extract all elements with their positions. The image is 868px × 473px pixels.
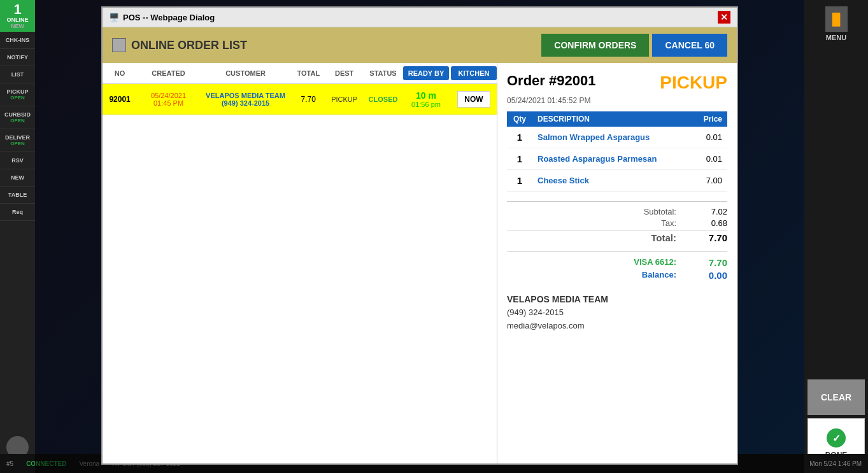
tax-value: 0.68 bbox=[689, 218, 727, 228]
item-price: 0.01 bbox=[683, 127, 727, 148]
confirm-orders-button[interactable]: CONFIRM ORDERS bbox=[541, 34, 649, 57]
order-no: 92001 bbox=[103, 94, 137, 105]
sidebar-item-list[interactable]: LIST bbox=[0, 66, 35, 83]
tax-label: Tax: bbox=[661, 218, 676, 228]
col-price: Price bbox=[683, 111, 727, 127]
right-panel: ▐▌ MENU CLEAR ✓ DONE bbox=[804, 0, 868, 473]
col-total: TOTAL bbox=[291, 66, 325, 80]
customer-info: VELAPOS MEDIA TEAM (949) 324-2015 media@… bbox=[507, 292, 727, 333]
table-row: 1 Salmon Wrapped Asparagus 0.01 bbox=[507, 127, 727, 148]
station-id: #5 bbox=[6, 460, 13, 467]
customer-name: VELAPOS MEDIA TEAM bbox=[507, 292, 727, 306]
order-total: 7.70 bbox=[291, 94, 325, 105]
current-time: Mon 5/24 1:46 PM bbox=[809, 460, 862, 467]
now-button[interactable]: NOW bbox=[457, 91, 490, 108]
order-number: Order #92001 bbox=[507, 73, 595, 89]
table-row[interactable]: 92001 05/24/2021 01:45 PM VELAPOS MEDIA … bbox=[103, 84, 497, 115]
order-created: 05/24/2021 01:45 PM bbox=[137, 90, 200, 108]
balance-row: Balance: 0.00 bbox=[507, 270, 727, 281]
header-icon bbox=[112, 38, 126, 52]
menu-icon-area: ▐▌ MENU bbox=[825, 6, 848, 41]
order-kitchen: NOW bbox=[451, 90, 497, 109]
sidebar-item-chkins[interactable]: CHK-INS bbox=[0, 32, 35, 49]
item-desc: Salmon Wrapped Asparagus bbox=[532, 127, 683, 148]
sidebar-item-table[interactable]: TABLE bbox=[0, 187, 35, 204]
item-qty: 1 bbox=[507, 170, 532, 192]
customer-email: media@velapos.com bbox=[507, 320, 727, 333]
dialog: 🖥️ POS -- Webpage Dialog ✕ ONLINE ORDER … bbox=[101, 6, 738, 465]
col-readyby: READY BY bbox=[403, 66, 449, 80]
col-created: CREATED bbox=[137, 66, 200, 80]
order-datetime: 05/24/2021 01:45:52 PM bbox=[507, 96, 727, 105]
payment-value: 7.70 bbox=[689, 257, 727, 268]
sidebar-item-deliver[interactable]: DELIVER OPEN bbox=[0, 129, 35, 152]
dialog-overlay: 🖥️ POS -- Webpage Dialog ✕ ONLINE ORDER … bbox=[35, 0, 804, 473]
payment-section: VISA 6612: 7.70 Balance: 0.00 bbox=[507, 251, 727, 283]
col-dest: DEST bbox=[325, 66, 363, 80]
item-qty: 1 bbox=[507, 127, 532, 148]
total-label: Total: bbox=[651, 232, 676, 243]
col-customer: CUSTOMER bbox=[200, 66, 291, 80]
sidebar-item-pickup[interactable]: PICKUP OPEN bbox=[0, 83, 35, 106]
table-row: 1 Cheese Stick 7.00 bbox=[507, 170, 727, 192]
dialog-header: ONLINE ORDER LIST CONFIRM ORDERS CANCEL … bbox=[103, 27, 737, 63]
dialog-close-button[interactable]: ✕ bbox=[718, 11, 730, 24]
order-customer: VELAPOS MEDIA TEAM (949) 324-2015 bbox=[200, 90, 291, 108]
table-row: 1 Roasted Asparagus Parmesan 0.01 bbox=[507, 148, 727, 170]
subtotal-row: Subtotal: 7.02 bbox=[507, 207, 727, 216]
header-buttons: CONFIRM ORDERS CANCEL 60 bbox=[541, 34, 727, 57]
new-label: NEW bbox=[1, 23, 34, 29]
payment-label: VISA 6612: bbox=[634, 257, 676, 268]
order-status: CLOSED bbox=[363, 94, 403, 104]
balance-value: 0.00 bbox=[689, 270, 727, 281]
sidebar-item-new[interactable]: NEW bbox=[0, 169, 35, 187]
dialog-icon: 🖥️ bbox=[109, 13, 119, 22]
menu-label[interactable]: MENU bbox=[825, 34, 848, 41]
col-status: STATUS bbox=[363, 66, 403, 80]
sidebar-online-badge: 1 ONLINE NEW bbox=[0, 0, 35, 32]
sidebar-item-notify[interactable]: NOTIFY bbox=[0, 49, 35, 66]
item-price: 0.01 bbox=[683, 148, 727, 170]
total-row: Total: 7.70 bbox=[507, 230, 727, 243]
dialog-header-title: ONLINE ORDER LIST bbox=[112, 38, 247, 52]
col-desc: DESCRIPTION bbox=[532, 111, 683, 127]
items-table: Qty DESCRIPTION Price 1 Salmon Wrapped A… bbox=[507, 111, 727, 192]
col-kitchen: KITCHEN bbox=[451, 66, 497, 80]
sidebar-item-req[interactable]: Req bbox=[0, 204, 35, 221]
customer-phone: (949) 324-2015 bbox=[507, 306, 727, 320]
sidebar: 1 ONLINE NEW CHK-INS NOTIFY LIST PICKUP … bbox=[0, 0, 35, 473]
online-label: ONLINE bbox=[1, 17, 34, 23]
subtotal-value: 7.02 bbox=[689, 207, 727, 216]
order-header: Order #92001 PICKUP bbox=[507, 73, 727, 93]
order-dest: PICKUP bbox=[325, 94, 363, 104]
pickup-label: PICKUP bbox=[660, 73, 727, 93]
col-qty: Qty bbox=[507, 111, 532, 127]
station-number: 1 bbox=[1, 3, 34, 17]
dialog-titlebar: 🖥️ POS -- Webpage Dialog ✕ bbox=[103, 8, 737, 27]
done-icon: ✓ bbox=[827, 428, 846, 448]
tax-row: Tax: 0.68 bbox=[507, 218, 727, 228]
order-detail-panel: Order #92001 PICKUP 05/24/2021 01:45:52 … bbox=[497, 63, 737, 463]
item-qty: 1 bbox=[507, 148, 532, 170]
sidebar-item-rsv[interactable]: RSV bbox=[0, 152, 35, 169]
order-list-panel: NO CREATED CUSTOMER TOTAL DEST STATUS RE… bbox=[103, 63, 497, 463]
totals-section: Subtotal: 7.02 Tax: 0.68 Total: 7.70 bbox=[507, 201, 727, 245]
balance-label: Balance: bbox=[642, 270, 676, 281]
table-header: NO CREATED CUSTOMER TOTAL DEST STATUS RE… bbox=[103, 63, 497, 84]
cancel-button[interactable]: CANCEL 60 bbox=[652, 34, 727, 57]
item-price: 7.00 bbox=[683, 170, 727, 192]
item-desc: Roasted Asparagus Parmesan bbox=[532, 148, 683, 170]
total-value: 7.70 bbox=[689, 232, 727, 243]
dialog-title: 🖥️ POS -- Webpage Dialog bbox=[109, 13, 215, 22]
payment-row: VISA 6612: 7.70 bbox=[507, 257, 727, 268]
item-desc: Cheese Stick bbox=[532, 170, 683, 192]
sidebar-item-curbside[interactable]: CURBSID OPEN bbox=[0, 106, 35, 129]
col-no: NO bbox=[103, 66, 137, 80]
clear-button[interactable]: CLEAR bbox=[808, 379, 865, 415]
dialog-content: NO CREATED CUSTOMER TOTAL DEST STATUS RE… bbox=[103, 63, 737, 463]
subtotal-label: Subtotal: bbox=[644, 207, 676, 216]
order-readyby: 10 m 01:56 pm bbox=[403, 89, 449, 109]
